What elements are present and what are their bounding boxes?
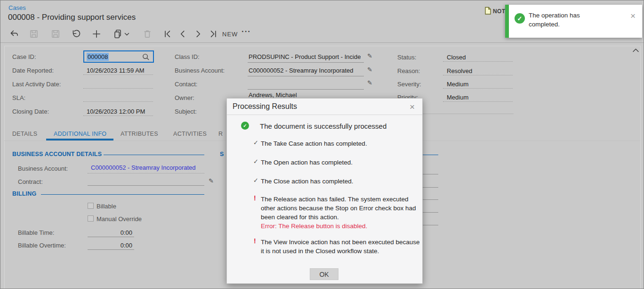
- edit-pencil-icon[interactable]: ✎: [367, 66, 372, 73]
- save-and-close-icon: [29, 29, 39, 39]
- field-underline: [443, 61, 513, 62]
- field-underline: [88, 173, 204, 173]
- new-button[interactable]: NEW: [222, 31, 238, 38]
- collapse-chevron-up-icon[interactable]: [632, 48, 639, 53]
- nav-prev-icon[interactable]: [177, 29, 188, 39]
- status-value: Closed: [447, 54, 466, 61]
- severity-label: Severity:: [397, 81, 421, 88]
- toast-success-icon: ✓: [515, 13, 525, 24]
- check-icon: ✓: [253, 139, 258, 146]
- billable-time-value[interactable]: 0:00: [88, 229, 132, 236]
- result-item-error: The Release action has failed. The syste…: [261, 195, 423, 231]
- date-reported-value: 10/26/2023 11:59 AM: [87, 67, 145, 74]
- result-item-error-text: Error: The Release button is disabled.: [261, 223, 367, 230]
- edit-pencil-icon[interactable]: ✎: [367, 52, 372, 59]
- save-icon: [50, 29, 61, 39]
- tab-related-cases-fragment[interactable]: R: [218, 131, 223, 137]
- severity-value: Medium: [447, 81, 468, 88]
- search-icon[interactable]: [142, 53, 150, 61]
- toast-close-icon[interactable]: ×: [630, 11, 636, 20]
- billable-overtime-value[interactable]: 0:00: [88, 242, 132, 249]
- section-title-billing: BILLING: [12, 190, 36, 197]
- subject-label: Subject:: [175, 108, 197, 115]
- nav-last-icon[interactable]: [208, 29, 218, 39]
- billable-time-label: Billable Time:: [18, 229, 54, 236]
- field-underline: [443, 88, 513, 89]
- billable-checkbox-label: Billable: [97, 203, 116, 210]
- add-icon[interactable]: [91, 29, 102, 39]
- result-item: The Take Case action has completed.: [261, 139, 423, 148]
- business-account-value[interactable]: C000000052 - Streamray Incorporated: [249, 67, 354, 74]
- success-circle-icon: ✓: [241, 122, 249, 130]
- page-title: 000008 - Providing support services: [8, 13, 136, 22]
- contract-label: Contract:: [18, 178, 43, 185]
- breadcrumb[interactable]: Cases: [8, 4, 26, 11]
- field-underline: [83, 74, 153, 75]
- delete-icon: [142, 29, 153, 39]
- chevron-down-icon[interactable]: [124, 33, 130, 36]
- dialog-title-divider: [227, 115, 422, 115]
- nav-first-icon[interactable]: [162, 29, 173, 39]
- notes-icon[interactable]: [484, 7, 491, 15]
- dialog-title: Processing Results: [233, 102, 297, 111]
- tab-attributes[interactable]: ATTRIBUTES: [121, 131, 158, 137]
- edit-pencil-icon[interactable]: ✎: [209, 177, 214, 184]
- toast-accent-bar: [505, 5, 509, 38]
- panel-left-edge: [4, 46, 5, 289]
- result-item: The Close action has completed.: [261, 177, 423, 186]
- error-icon: !: [254, 194, 256, 202]
- contact-label: Contact:: [175, 81, 197, 88]
- field-underline: [443, 101, 513, 102]
- reason-value: Resolved: [447, 67, 472, 74]
- more-actions-button[interactable]: ···: [242, 27, 251, 36]
- manual-override-checkbox[interactable]: [88, 215, 94, 222]
- date-reported-label: Date Reported:: [12, 67, 54, 74]
- result-item-error: The View Invoice action has not been exe…: [261, 238, 423, 256]
- case-id-input[interactable]: 000008: [83, 50, 154, 63]
- billable-overtime-label: Billable Overtime:: [18, 242, 66, 249]
- header-divider: [0, 42, 644, 43]
- field-underline: [443, 75, 513, 75]
- dialog-close-icon[interactable]: ×: [410, 102, 415, 111]
- undo-icon[interactable]: [71, 29, 81, 39]
- business-account-label: Business Account:: [175, 67, 225, 74]
- status-label: Status:: [397, 54, 416, 61]
- closing-date-value: 10/26/2023 12:00 PM: [87, 108, 145, 115]
- business-account-link[interactable]: C000000052 - Streamray Incorporated: [91, 164, 196, 171]
- check-icon: ✓: [253, 158, 258, 165]
- processing-results-dialog: Processing Results × ✓ The document is s…: [226, 98, 423, 284]
- copy-icon[interactable]: [113, 29, 123, 39]
- dialog-heading: The document is successfully processed: [260, 122, 386, 130]
- reason-label: Reason:: [397, 67, 420, 74]
- field-underline: [248, 89, 364, 90]
- field-underline: [88, 185, 204, 186]
- case-id-label: Case ID:: [12, 53, 36, 60]
- section-title-business-account-details: BUSINESS ACCOUNT DETAILS: [12, 151, 102, 157]
- toast-message: The operation has completed.: [529, 11, 604, 29]
- toast-notification: ✓ The operation has completed. ×: [505, 5, 642, 38]
- section-rule: [104, 155, 204, 155]
- section-rule: [41, 194, 204, 195]
- owner-value[interactable]: Andrews, Michael: [249, 91, 297, 99]
- field-underline: [248, 76, 364, 76]
- edit-pencil-icon[interactable]: ✎: [367, 79, 372, 86]
- ok-button[interactable]: OK: [310, 268, 338, 280]
- field-underline: [83, 116, 153, 116]
- tab-activities[interactable]: ACTIVITIES: [173, 131, 207, 137]
- class-id-value[interactable]: PRODSUPINC - Product Support - Incide: [249, 53, 361, 60]
- back-icon[interactable]: [9, 29, 19, 39]
- closing-date-label: Closing Date:: [12, 108, 49, 115]
- tab-details[interactable]: DETAILS: [12, 131, 37, 137]
- nav-next-icon[interactable]: [193, 29, 203, 39]
- class-id-label: Class ID:: [175, 53, 200, 60]
- result-item-text: The Release action has failed. The syste…: [261, 196, 416, 221]
- manual-override-checkbox-label: Manual Override: [97, 215, 142, 223]
- error-icon: !: [254, 237, 256, 245]
- tab-additional-info[interactable]: ADDITIONAL INFO: [54, 131, 106, 137]
- ba-details-business-account-label: Business Account:: [18, 165, 68, 172]
- result-item: The Open action has completed.: [261, 158, 423, 167]
- billable-checkbox[interactable]: [88, 203, 94, 209]
- field-underline: [83, 101, 153, 102]
- section-title-fragment: S: [220, 151, 224, 157]
- last-activity-date-label: Last Activity Date:: [12, 81, 61, 88]
